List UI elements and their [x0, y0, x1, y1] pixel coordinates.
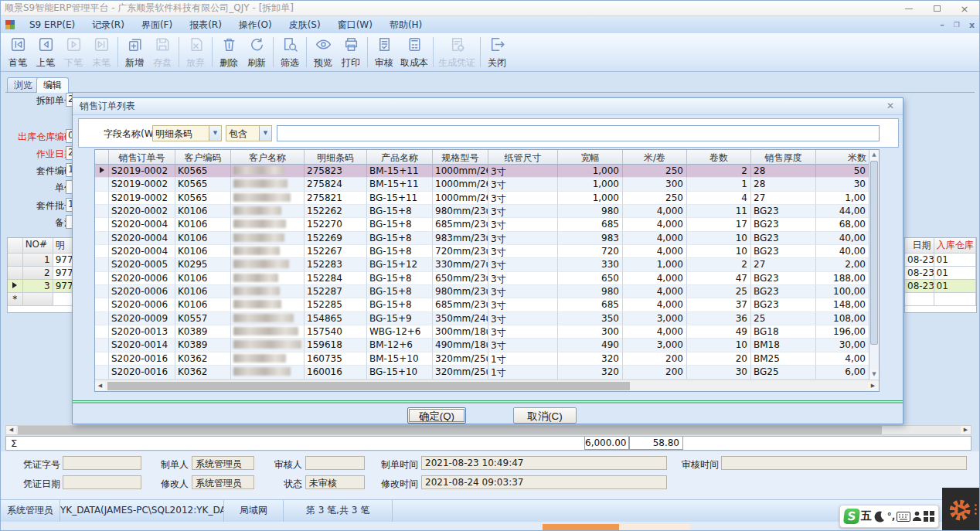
mdi-minimize-button[interactable]: – — [940, 20, 944, 30]
scroll-down-arrow[interactable]: ▼ — [869, 369, 879, 380]
operator-select[interactable]: 包含 ▼ — [226, 125, 272, 141]
column-header-2[interactable]: 客户编码 — [175, 150, 231, 165]
grid-horizontal-scrollbar[interactable]: ◀ ▶ — [95, 380, 879, 392]
menu-item-5[interactable]: 操作(O) — [230, 19, 281, 30]
detail-grid-row[interactable]: 397792 — [8, 280, 75, 293]
table-row[interactable]: S2020-0006K0106152287BG-15+8980mm/23um..… — [95, 285, 879, 298]
toolbar-button-preview-eye[interactable]: 预览 — [309, 35, 337, 70]
detail-grid-row[interactable]: 297792 — [8, 267, 75, 280]
menu-item-2[interactable]: 记录(R) — [83, 19, 133, 30]
table-row[interactable]: S2020-0004K0106152270BG-15+8685mm/23um..… — [95, 218, 879, 231]
toolbar-button-audit-doc[interactable]: 审核 — [370, 35, 398, 70]
tab-browse[interactable]: 浏览 — [7, 77, 39, 92]
column-header-5[interactable]: 产品名称 — [367, 150, 433, 165]
punctuation-icon[interactable]: °, — [887, 511, 896, 522]
chevron-down-icon[interactable]: ▼ — [209, 126, 221, 141]
scroll-right-arrow[interactable]: ▶ — [868, 382, 878, 390]
detail-grid-row[interactable]: * — [8, 293, 75, 306]
toolbar-button-filter-search[interactable]: 筛选 — [276, 35, 304, 70]
table-row[interactable]: S2020-0005K0295152283BG-15+12330mm/27um.… — [95, 258, 879, 271]
moon-icon[interactable] — [873, 510, 886, 522]
table-row[interactable]: S2020-0006K0106152284BG-15+8650mm/23um..… — [95, 272, 879, 285]
window-close-button[interactable]: × — [959, 3, 970, 15]
table-row[interactable]: S2020-0004K0106152267BG-15+8720mm/23um..… — [95, 245, 879, 258]
table-row[interactable]: S2020-0009K0557154865BG-15+9350mm/24um..… — [95, 312, 879, 325]
toolbar-button-refresh[interactable]: 刷新 — [243, 35, 271, 70]
grid-vertical-scrollbar[interactable]: ▲ ▼ — [869, 150, 879, 380]
window-minimize-button[interactable] — [903, 3, 914, 14]
table-row[interactable]: S2019-0002K0565275821BG-15+111000mm/26u.… — [95, 192, 879, 205]
field-select[interactable]: 明细条码 ▼ — [152, 125, 222, 141]
table-cell: 2 — [687, 258, 751, 271]
table-row[interactable]: S2020-0014K0389159618BM-12+6490mm/18um..… — [95, 339, 879, 352]
table-row[interactable]: S2019-0002K0565275824BM-15+111000mm/26u.… — [95, 178, 879, 191]
toolbar-button-first-record[interactable]: 首笔 — [4, 35, 32, 70]
table-row[interactable]: S2020-0016K0362160016BG-15+10320mm/25um.… — [95, 366, 879, 379]
vscroll-thumb[interactable] — [870, 161, 878, 345]
table-row[interactable]: S2020-0013K0389157540WBG-12+6300mm/18um.… — [95, 325, 879, 339]
detail-grid-row[interactable]: 08-2301 — [905, 280, 976, 293]
sales-order-grid[interactable]: 销售订单号客户编码客户名称明细条码产品名称规格型号纸管尺寸宽幅米/卷卷数销售厚度… — [94, 149, 880, 392]
table-row[interactable]: S2020-0006K0106152285BG-15+8685mm/23um..… — [95, 298, 879, 311]
detail-grid-left[interactable]: NO#明197792297792397792* — [7, 237, 76, 313]
tab-edit[interactable]: 编辑 — [36, 77, 69, 93]
table-row[interactable]: S2020-0002K0106152262BG-15+8980mm/23um..… — [95, 205, 879, 218]
table-cell: BG-15+8 — [367, 245, 433, 258]
person-icon[interactable] — [912, 511, 922, 522]
column-header-11[interactable]: 销售厚度 — [751, 150, 816, 165]
toolbox-grid-icon[interactable] — [924, 511, 934, 522]
column-header-9[interactable]: 米/卷 — [623, 150, 687, 165]
menu-item-8[interactable]: 帮助(H) — [381, 19, 430, 30]
scroll-left-arrow[interactable]: ◀ — [95, 382, 105, 390]
chevron-down-icon[interactable]: ▼ — [259, 126, 271, 141]
detail-grid-row[interactable] — [905, 293, 976, 306]
column-header-4[interactable]: 明细条码 — [305, 150, 367, 165]
column-header-1[interactable]: 销售订单号 — [109, 150, 175, 165]
column-header-10[interactable]: 卷数 — [687, 150, 751, 165]
hscroll-thumb[interactable] — [107, 382, 630, 390]
taskbar-app-logo[interactable] — [942, 488, 980, 531]
scroll-thumb[interactable] — [18, 426, 882, 434]
detail-grid-row[interactable]: 197792 — [8, 254, 75, 267]
sogou-input-icon[interactable]: S — [843, 509, 860, 524]
toolbar-button-close-exit[interactable]: 关闭 — [483, 35, 511, 70]
scroll-left-arrow[interactable]: ◀ — [6, 426, 16, 434]
column-header-3[interactable]: 客户名称 — [231, 150, 305, 165]
toolbar-button-trash[interactable]: 删除 — [215, 35, 243, 70]
column-header-8[interactable]: 宽幅 — [558, 150, 623, 165]
keyboard-icon[interactable] — [897, 512, 910, 522]
filter-search-icon — [281, 36, 299, 56]
detail-grid-row[interactable]: 08-2301 — [905, 267, 976, 280]
column-header-6[interactable]: 规格型号 — [433, 150, 488, 165]
detail-grid-row[interactable]: 08-2301 — [905, 254, 976, 267]
scroll-right-arrow[interactable]: ▶ — [961, 426, 971, 434]
toolbar-button-printer[interactable]: 打印 — [337, 35, 365, 70]
table-row[interactable]: S2020-0016K0362160735BM-15+10320mm/25um.… — [95, 352, 879, 366]
table-row[interactable]: S2020-0004K0106152269BG-15+8983mm/23um..… — [95, 232, 879, 245]
outer-horizontal-scrollbar[interactable]: ◀ ▶ — [5, 425, 971, 435]
table-cell: K0106 — [175, 232, 231, 245]
toolbar-button-calculator[interactable]: 取成本 — [398, 35, 430, 70]
search-input[interactable] — [277, 125, 880, 141]
wubi-mode-icon[interactable]: 五 — [861, 509, 872, 523]
menu-item-6[interactable]: 皮肤(S) — [281, 19, 329, 30]
toolbar-button-prev-record[interactable]: 上笔 — [32, 35, 60, 70]
menu-item-4[interactable]: 报表(R) — [181, 19, 230, 30]
table-row[interactable]: S2019-0002K0565275823BM-15+111000mm/26u.… — [95, 165, 879, 178]
menu-item-3[interactable]: 界面(F) — [133, 19, 181, 30]
ok-button[interactable]: 确定(Q) — [407, 407, 466, 424]
mdi-close-button[interactable]: x — [969, 20, 975, 30]
menu-item-7[interactable]: 窗口(W) — [329, 19, 381, 30]
detail-grid-right[interactable]: 日期入库仓库08-230108-230108-2301 — [904, 237, 977, 313]
mdi-restore-button[interactable]: ❐ — [954, 21, 960, 29]
table-cell: 1 — [687, 178, 751, 191]
window-maximize-button[interactable] — [931, 3, 942, 14]
column-header-7[interactable]: 纸管尺寸 — [488, 150, 558, 165]
menu-item-1[interactable]: S9 ERP(E) — [21, 19, 83, 30]
scroll-up-arrow[interactable]: ▲ — [869, 150, 879, 160]
toolbar-button-new-doc[interactable]: 新增 — [121, 35, 148, 70]
cancel-button[interactable]: 取消(C) — [513, 407, 577, 424]
dialog-close-icon[interactable]: ✕ — [884, 100, 897, 113]
dialog-titlebar[interactable]: 销售订单列表 — [73, 98, 903, 115]
table-cell: 3寸 — [488, 298, 558, 311]
